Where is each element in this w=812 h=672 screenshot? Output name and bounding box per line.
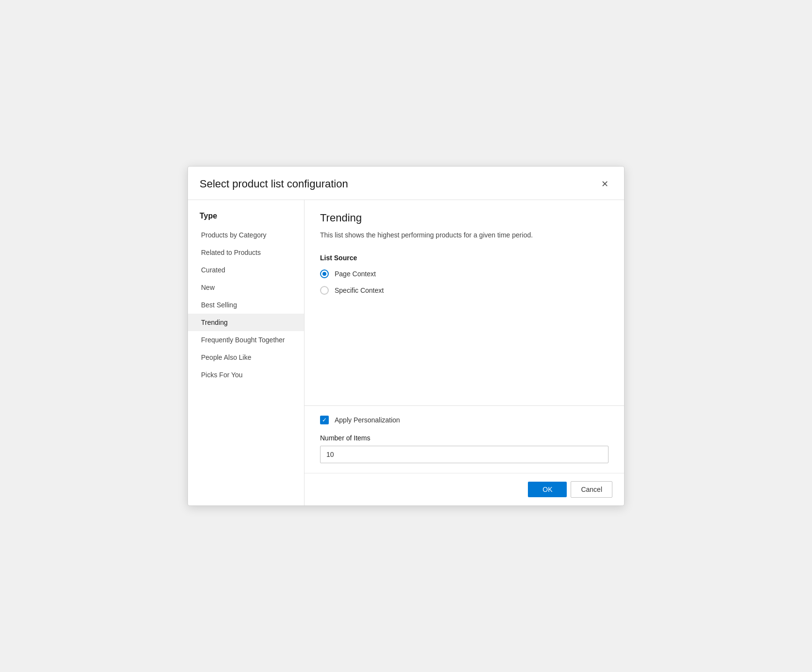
radio-page-context[interactable] [320,269,329,278]
ok-button[interactable]: OK [528,482,567,497]
sidebar-item-products-by-category[interactable]: Products by Category [188,226,304,244]
sidebar-item-new[interactable]: New [188,279,304,296]
content-footer: ✓ Apply Personalization Number of Items [304,405,624,473]
sidebar-item-curated[interactable]: Curated [188,261,304,279]
checkmark-icon: ✓ [322,417,327,423]
number-of-items-label: Number of Items [320,434,609,442]
radio-label-specific-context: Specific Context [335,286,384,294]
sidebar-item-best-selling[interactable]: Best Selling [188,296,304,314]
sidebar-item-picks-for-you[interactable]: Picks For You [188,366,304,384]
apply-personalization-checkbox[interactable]: ✓ [320,416,329,424]
sidebar-item-frequently-bought-together[interactable]: Frequently Bought Together [188,331,304,349]
radio-option-page-context[interactable]: Page Context [320,269,609,278]
content-area: Trending This list shows the highest per… [304,200,624,505]
content-description: This list shows the highest performing p… [320,230,609,240]
cancel-button[interactable]: Cancel [571,481,612,498]
sidebar-type-header: Type [188,208,304,226]
sidebar-item-people-also-like[interactable]: People Also Like [188,349,304,366]
dialog-title: Select product list configuration [200,178,348,190]
radio-option-specific-context[interactable]: Specific Context [320,286,609,295]
radio-label-page-context: Page Context [335,270,376,278]
number-of-items-input[interactable] [320,446,609,463]
dialog: Select product list configuration ✕ Type… [187,166,625,506]
dialog-actions: OK Cancel [304,473,624,505]
radio-inner-page-context [322,272,326,276]
dialog-header: Select product list configuration ✕ [188,167,624,200]
sidebar: Type Products by Category Related to Pro… [188,200,304,505]
radio-specific-context[interactable] [320,286,329,295]
close-icon: ✕ [601,179,609,189]
dialog-body: Type Products by Category Related to Pro… [188,200,624,505]
list-source-label: List Source [320,254,609,262]
personalization-row: ✓ Apply Personalization [320,416,609,424]
sidebar-item-related-to-products[interactable]: Related to Products [188,244,304,261]
content-title: Trending [320,212,609,224]
apply-personalization-label: Apply Personalization [335,416,400,424]
close-button[interactable]: ✕ [597,176,612,192]
sidebar-item-trending[interactable]: Trending [188,314,304,331]
content-main: Trending This list shows the highest per… [304,200,624,405]
